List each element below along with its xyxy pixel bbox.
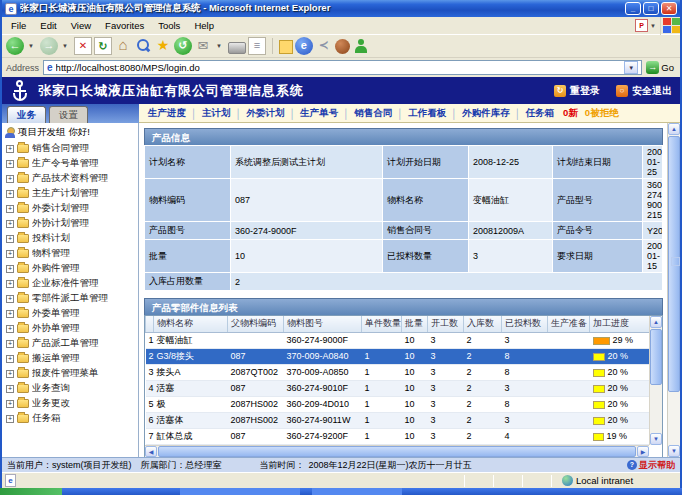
column-header[interactable]: 批量: [402, 316, 428, 332]
back-icon[interactable]: [6, 37, 24, 55]
column-header[interactable]: 加工进度: [590, 316, 650, 332]
nav-item-5[interactable]: 工作看板: [408, 107, 446, 120]
history-icon[interactable]: [174, 37, 192, 55]
sidebar-item-14[interactable]: +搬运单管理: [2, 351, 138, 366]
messenger-icon[interactable]: [352, 37, 370, 55]
nav-item-0[interactable]: 生产进度: [148, 107, 186, 120]
sidebar-item-5[interactable]: +外协计划管理: [2, 216, 138, 231]
sidebar-item-1[interactable]: +生产令号单管理: [2, 156, 138, 171]
address-input[interactable]: e http://localhost:8080/MPS/login.do ▼: [43, 60, 642, 75]
column-header[interactable]: 已投料数: [502, 316, 548, 332]
address-url[interactable]: http://localhost:8080/MPS/login.do: [56, 62, 622, 73]
column-header[interactable]: 父物料编码: [228, 316, 284, 332]
column-header[interactable]: 物料图号: [284, 316, 362, 332]
tab-settings[interactable]: 设置: [49, 106, 88, 123]
forward-icon[interactable]: [40, 37, 58, 55]
column-header[interactable]: 物料名称: [154, 316, 228, 332]
expand-icon[interactable]: +: [6, 205, 14, 213]
parts-vertical-scrollbar[interactable]: ▲ ▼: [649, 316, 662, 445]
expand-icon[interactable]: +: [6, 310, 14, 318]
parts-horizontal-scrollbar[interactable]: ◀ ▶: [145, 445, 649, 457]
sidebar-item-6[interactable]: +投料计划: [2, 231, 138, 246]
expand-icon[interactable]: +: [6, 175, 14, 183]
expand-icon[interactable]: +: [6, 160, 14, 168]
tab-business[interactable]: 业务: [7, 106, 46, 123]
sidebar-item-2[interactable]: +产品技术资料管理: [2, 171, 138, 186]
expand-icon[interactable]: +: [6, 400, 14, 408]
nav-item-7[interactable]: 任务箱: [526, 107, 555, 120]
internet-icon[interactable]: [295, 37, 313, 55]
column-header[interactable]: 入库数: [464, 316, 502, 332]
search-icon[interactable]: [134, 37, 152, 55]
expand-icon[interactable]: +: [6, 295, 14, 303]
table-row[interactable]: 7缸体总成087360-274-9200F11032419 %: [146, 428, 650, 444]
show-help-link[interactable]: ? 显示帮助: [627, 459, 675, 472]
menu-item-favorites[interactable]: Favorites: [98, 18, 151, 33]
chevron-down-icon[interactable]: ▼: [216, 43, 222, 49]
sidebar-item-12[interactable]: +外协单管理: [2, 321, 138, 336]
expand-icon[interactable]: +: [6, 385, 14, 393]
mail-icon[interactable]: [194, 37, 212, 55]
chevron-down-icon[interactable]: ▼: [62, 43, 68, 49]
sidebar-item-16[interactable]: +业务查询: [2, 381, 138, 396]
table-row[interactable]: 5极2087HS002360-209-4D01011032820 %: [146, 396, 650, 412]
sidebar-item-8[interactable]: +外购件管理: [2, 261, 138, 276]
sidebar-item-0[interactable]: +销售合同管理: [2, 141, 138, 156]
notes-icon[interactable]: [279, 40, 293, 54]
logout-link[interactable]: ○ 安全退出: [616, 84, 672, 98]
minimize-button[interactable]: _: [625, 2, 641, 15]
expand-icon[interactable]: +: [6, 190, 14, 198]
nav-item-6[interactable]: 外购件库存: [462, 107, 510, 120]
expand-icon[interactable]: +: [6, 220, 14, 228]
chevron-down-icon[interactable]: ▼: [28, 43, 34, 49]
maximize-button[interactable]: □: [643, 2, 659, 15]
sidebar-item-7[interactable]: +物料管理: [2, 246, 138, 261]
scroll-thumb[interactable]: [650, 329, 662, 385]
menu-item-tools[interactable]: Tools: [151, 18, 187, 33]
menu-item-edit[interactable]: Edit: [33, 18, 63, 33]
page-scrollbar[interactable]: ▲ ▼: [667, 123, 680, 457]
edit-icon[interactable]: [248, 37, 266, 55]
table-row[interactable]: 6活塞体2087HS002360-274-9011W11032320 %: [146, 412, 650, 428]
stop-icon[interactable]: [74, 37, 92, 55]
address-dropdown-button[interactable]: ▼: [624, 61, 638, 74]
close-button[interactable]: ✕: [661, 2, 677, 15]
expand-icon[interactable]: +: [6, 145, 14, 153]
expand-icon[interactable]: +: [6, 415, 14, 423]
sidebar-item-9[interactable]: +企业标准件管理: [2, 276, 138, 291]
sidebar-item-11[interactable]: +外委单管理: [2, 306, 138, 321]
expand-icon[interactable]: +: [6, 370, 14, 378]
nav-item-4[interactable]: 销售合同: [354, 107, 392, 120]
start-button[interactable]: [0, 488, 62, 495]
sidebar-item-18[interactable]: +任务箱: [2, 411, 138, 426]
sidebar-item-17[interactable]: +业务更改: [2, 396, 138, 411]
expand-icon[interactable]: +: [6, 250, 14, 258]
home-icon[interactable]: [114, 37, 132, 55]
sidebar-item-3[interactable]: +主生产计划管理: [2, 186, 138, 201]
taskbar-buttons[interactable]: [62, 488, 682, 495]
print-icon[interactable]: [228, 42, 246, 54]
table-row[interactable]: 1变幅油缸360-274-9000F1032329 %: [146, 332, 650, 348]
page-scroll-thumb[interactable]: [668, 136, 680, 392]
expand-icon[interactable]: +: [6, 355, 14, 363]
scroll-right-icon[interactable]: ▶: [637, 446, 649, 457]
expand-icon[interactable]: +: [6, 340, 14, 348]
column-header[interactable]: 单件数量: [362, 316, 402, 332]
column-header[interactable]: 开工数: [428, 316, 464, 332]
sidebar-item-4[interactable]: +外委计划管理: [2, 201, 138, 216]
column-header[interactable]: 生产准备: [548, 316, 590, 332]
table-row[interactable]: 3接头A2087QT002370-009-A085011032820 %: [146, 364, 650, 380]
nav-item-1[interactable]: 主计划: [202, 107, 231, 120]
relogin-link[interactable]: ↻ 重登录: [554, 84, 600, 98]
expand-icon[interactable]: +: [6, 325, 14, 333]
pdf-toolbar-icon[interactable]: P: [635, 19, 648, 32]
sidebar-item-15[interactable]: +报废件管理菜单: [2, 366, 138, 381]
expand-icon[interactable]: +: [6, 265, 14, 273]
refresh-icon[interactable]: [94, 37, 112, 55]
nav-item-2[interactable]: 外委计划: [246, 107, 284, 120]
menu-item-help[interactable]: Help: [187, 18, 221, 33]
table-row[interactable]: 4活塞087360-274-9010F11032320 %: [146, 380, 650, 396]
scroll-thumb-horizontal[interactable]: [158, 446, 636, 457]
research-icon[interactable]: [335, 39, 350, 54]
page-scroll-down-icon[interactable]: ▼: [668, 445, 680, 457]
